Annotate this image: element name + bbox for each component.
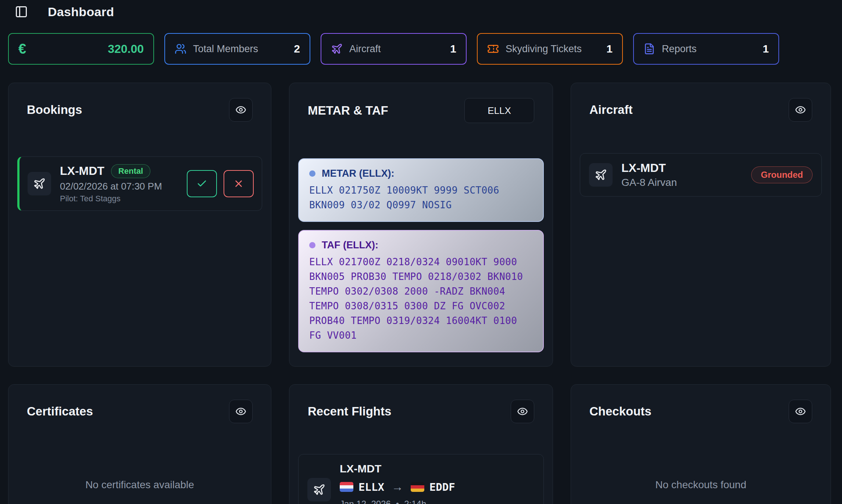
recent-flights-card: Recent Flights LX-MDT ELLX	[289, 384, 553, 504]
metar-taf-title: METAR & TAF	[308, 104, 388, 118]
stat-skydiving-tickets[interactable]: Skydiving Tickets 1	[477, 33, 623, 65]
metar-taf-card: METAR & TAF ELLX METAR (ELLX): ELLX 0217…	[289, 83, 553, 367]
aircraft-item[interactable]: LX-MDT GA-8 Airvan Grounded	[580, 153, 822, 197]
certificates-card: Certificates No certificates available	[8, 384, 271, 504]
stats-row: € 320.00 Total Members 2 Aircraft 1 Sk	[8, 33, 834, 65]
booking-pilot: Pilot: Ted Staggs	[60, 194, 178, 204]
stat-reports[interactable]: Reports 1	[633, 33, 779, 65]
booking-item[interactable]: LX-MDT Rental 02/02/2026 at 07:30 PM Pil…	[17, 156, 262, 211]
certificates-view-button[interactable]	[229, 400, 253, 423]
stat-label: Total Members	[193, 43, 287, 55]
taf-heading: TAF (ELLX):	[322, 240, 378, 251]
eye-icon	[517, 406, 528, 417]
eye-icon	[235, 104, 246, 115]
flight-duration: 2:14h	[404, 499, 426, 504]
aircraft-model: GA-8 Airvan	[621, 177, 677, 188]
x-icon	[233, 178, 244, 189]
approve-booking-button[interactable]	[187, 170, 217, 197]
stat-label: Skydiving Tickets	[506, 43, 600, 55]
aircraft-card: Aircraft LX-MDT GA-8 Airvan Grounded	[571, 83, 831, 367]
stat-aircraft[interactable]: Aircraft 1	[321, 33, 467, 65]
grounded-status-badge: Grounded	[751, 166, 813, 183]
metar-heading: METAR (ELLX):	[322, 168, 394, 179]
metar-bullet-icon	[309, 170, 315, 177]
certificates-title: Certificates	[27, 404, 93, 418]
bookings-view-button[interactable]	[229, 98, 253, 122]
flight-date: Jan 12, 2026	[340, 499, 391, 504]
stat-value: 1	[606, 43, 613, 55]
stat-value: 1	[450, 43, 456, 55]
stat-value: 1	[763, 43, 769, 55]
rental-badge: Rental	[111, 164, 150, 178]
file-text-icon	[643, 43, 655, 55]
bookings-card: Bookings LX-MDT Rental 02/	[8, 83, 271, 367]
recent-flights-view-button[interactable]	[511, 400, 534, 423]
aircraft-view-button[interactable]	[789, 98, 812, 122]
arrow-right-icon: →	[389, 480, 406, 494]
eye-icon	[795, 104, 806, 115]
stat-label: Aircraft	[349, 43, 443, 55]
plane-icon	[589, 163, 613, 187]
booking-aircraft: LX-MDT	[60, 164, 104, 178]
plane-icon	[331, 43, 343, 55]
checkouts-empty-text: No checkouts found	[580, 479, 822, 491]
checkouts-view-button[interactable]	[789, 400, 812, 423]
booking-datetime: 02/02/2026 at 07:30 PM	[60, 181, 178, 192]
metar-text: ELLX 021750Z 10009KT 9999 SCT006 BKN009 …	[309, 183, 533, 212]
flight-item: LX-MDT ELLX → EDDF Jan 12, 2026 • 2:14h	[298, 454, 544, 504]
eye-icon	[795, 406, 806, 417]
balance-value: 320.00	[108, 42, 144, 56]
germany-flag-icon	[411, 482, 424, 492]
flight-aircraft: LX-MDT	[340, 462, 455, 475]
checkouts-card: Checkouts No checkouts found	[571, 384, 831, 504]
certificates-empty-text: No certificates available	[17, 479, 262, 491]
eye-icon	[235, 406, 246, 417]
ticket-icon	[487, 43, 499, 55]
users-icon	[175, 43, 186, 55]
checkouts-title: Checkouts	[589, 404, 652, 418]
station-select-button[interactable]: ELLX	[464, 98, 534, 123]
arrival-code: EDDF	[429, 481, 455, 493]
reject-booking-button[interactable]	[224, 170, 254, 197]
stat-total-members[interactable]: Total Members 2	[164, 33, 310, 65]
plane-icon	[28, 172, 51, 195]
stat-label: Reports	[662, 43, 756, 55]
flight-meta-separator: •	[396, 499, 399, 504]
taf-text: ELLX 021700Z 0218/0324 09010KT 9000 BKN0…	[309, 255, 533, 343]
plane-icon	[307, 478, 331, 501]
topbar: Dashboard	[0, 0, 842, 24]
check-icon	[196, 178, 207, 189]
departure-code: ELLX	[358, 481, 384, 493]
dashboard-grid: Bookings LX-MDT Rental 02/	[8, 83, 832, 504]
luxembourg-flag-icon	[340, 482, 353, 492]
stat-value: 2	[294, 43, 300, 55]
euro-icon: €	[18, 42, 26, 56]
sidebar-toggle-button[interactable]	[15, 5, 28, 18]
recent-flights-title: Recent Flights	[308, 404, 391, 418]
aircraft-title: Aircraft	[589, 103, 632, 117]
metar-block: METAR (ELLX): ELLX 021750Z 10009KT 9999 …	[298, 158, 544, 222]
panel-left-icon	[15, 5, 28, 18]
taf-block: TAF (ELLX): ELLX 021700Z 0218/0324 09010…	[298, 230, 544, 352]
stat-balance[interactable]: € 320.00	[8, 33, 154, 65]
taf-bullet-icon	[309, 242, 315, 248]
bookings-title: Bookings	[27, 103, 82, 117]
page-title: Dashboard	[48, 5, 114, 19]
aircraft-registration: LX-MDT	[621, 161, 677, 175]
